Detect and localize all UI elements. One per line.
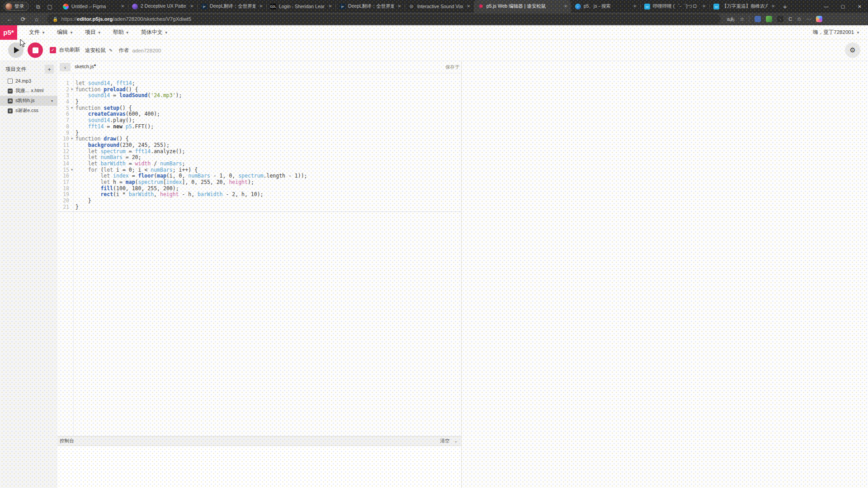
- line-number: 13: [57, 155, 69, 161]
- browser-tab[interactable]: ⊳DeepL翻译：全世界最准确的✕: [197, 0, 266, 13]
- browser-tab[interactable]: ⌕p5、js - 搜索✕: [571, 0, 640, 13]
- tab-title: Interactive Sound Visualizati: [417, 4, 463, 9]
- more-menu-icon[interactable]: ⋯: [806, 16, 811, 22]
- browser-tab[interactable]: 2 Deceptive UX Patterns-演示✕: [128, 0, 197, 13]
- menu-label: 帮助: [113, 29, 124, 35]
- p5-editor-app: p5* 文件▼编辑▼项目▼帮助▼简体中文▼ 嗨，亚丁7282001▼ ✓ 自动刷…: [0, 25, 868, 488]
- gear-icon: ⚙: [849, 46, 855, 54]
- browser-tab[interactable]: ◎Interactive Sound Visualizati✕: [405, 0, 474, 13]
- adguard-shield-icon[interactable]: [766, 16, 772, 22]
- greeting-text: 嗨，亚丁7282001: [813, 29, 854, 35]
- browser-profile-button[interactable]: 登录: [4, 2, 29, 11]
- tab-title: p5.js Web 编辑器 | 途安松鼠: [486, 3, 560, 9]
- tab-actions-icon[interactable]: ▢: [47, 4, 52, 10]
- browser-tab[interactable]: ⊳DeepL翻译：全世界最准确的✕: [335, 0, 405, 13]
- home-button[interactable]: ⌂: [30, 16, 43, 23]
- browser-tab[interactable]: D2LLogin - Sheridan Learning an✕: [266, 0, 335, 13]
- tab-close-icon[interactable]: ✕: [327, 4, 333, 9]
- extension-dark-icon[interactable]: ◦: [777, 16, 783, 22]
- file-item[interactable]: {}s谢谢e.css: [0, 106, 57, 116]
- tab-title: p5、js - 搜索: [584, 3, 629, 9]
- minimize-button[interactable]: —: [818, 4, 835, 9]
- fold-gutter: [69, 155, 75, 161]
- fold-gutter: [69, 111, 75, 117]
- menu-帮助[interactable]: 帮助▼: [113, 28, 129, 36]
- back-button[interactable]: ←: [3, 16, 16, 23]
- browser-tab-active[interactable]: ✱p5.js Web 编辑器 | 途安松鼠✕: [474, 0, 571, 13]
- url-field[interactable]: 🔒 https://editor.p5js.org/aden728200/ske…: [47, 14, 721, 24]
- workspaces-icon[interactable]: ⧉: [36, 4, 40, 10]
- menu-文件[interactable]: 文件▼: [29, 28, 45, 36]
- chevron-down-icon: ▼: [98, 31, 101, 35]
- browser-tab[interactable]: ▭【万字重温】巅峰农户灾难电✕: [709, 0, 778, 13]
- copilot-icon[interactable]: [816, 16, 822, 22]
- tab-close-icon[interactable]: ✕: [396, 4, 402, 9]
- edit-name-icon[interactable]: ✎: [109, 48, 113, 53]
- code-text: }: [75, 99, 79, 105]
- tab-close-icon[interactable]: ✕: [189, 4, 194, 9]
- code-text: let sound14, fft14;: [75, 80, 135, 87]
- tab-close-icon[interactable]: ✕: [466, 4, 471, 9]
- fold-arrow-icon[interactable]: ▼: [69, 136, 75, 142]
- menu-简体中文[interactable]: 简体中文▼: [141, 28, 168, 36]
- line-number: 3: [57, 93, 69, 99]
- tab-close-icon[interactable]: ✕: [701, 4, 707, 9]
- code-area[interactable]: 1let sound14, fft14;2▼function preload()…: [57, 74, 461, 472]
- p5-logo[interactable]: p5*: [0, 25, 17, 40]
- tab-close-icon[interactable]: ✕: [632, 4, 637, 9]
- avatar: [5, 3, 12, 10]
- chevron-down-icon: ▼: [856, 31, 860, 35]
- stop-button[interactable]: [28, 42, 43, 58]
- tab-close-icon[interactable]: ✕: [770, 4, 776, 9]
- new-tab-button[interactable]: +: [783, 3, 787, 10]
- file-item[interactable]: ♪24.mp3: [0, 76, 57, 86]
- menu-项目[interactable]: 项目▼: [85, 28, 101, 36]
- tab-close-icon[interactable]: ✕: [120, 4, 125, 9]
- tab-close-icon[interactable]: ✕: [563, 4, 568, 9]
- console-title: 控制台: [60, 438, 74, 444]
- fold-arrow-icon[interactable]: ▼: [69, 167, 75, 174]
- p5js-icon: ✱: [478, 4, 484, 9]
- collections-icon[interactable]: ✩: [797, 16, 801, 22]
- line-number: 7: [57, 117, 69, 124]
- search-icon: ⌕: [575, 4, 581, 9]
- account-menu[interactable]: 嗨，亚丁7282001▼: [813, 29, 860, 36]
- translate-icon[interactable]: aあ: [727, 16, 735, 23]
- sign-in-label: 登录: [14, 3, 24, 9]
- fold-arrow-icon[interactable]: ▼: [69, 105, 75, 112]
- code-line: 6 createCanvas(600, 400);: [57, 111, 461, 117]
- fold-gutter: [69, 99, 75, 105]
- file-item[interactable]: JSs凯特h.js▾: [0, 96, 57, 106]
- settings-button[interactable]: ⚙: [845, 42, 860, 58]
- author-label: 作者: [118, 47, 129, 54]
- collapse-sidebar-button[interactable]: ‹: [60, 63, 71, 71]
- code-text: let barWidth = width / numBars;: [75, 161, 185, 167]
- auto-refresh-checkbox[interactable]: ✓: [50, 47, 56, 53]
- favorite-star-icon[interactable]: ☆: [740, 16, 744, 22]
- mouse-cursor: [20, 39, 27, 48]
- menu-编辑[interactable]: 编辑▼: [57, 28, 73, 36]
- code-text: }: [75, 198, 91, 204]
- extension-blue-icon[interactable]: [755, 16, 761, 22]
- browser-tab[interactable]: Untitled – Figma✕: [59, 0, 128, 13]
- tab-close-icon[interactable]: ✕: [258, 4, 264, 9]
- browser-tab[interactable]: ▭哔哩哔哩 (゜-゜)つロ 干杯~-✕: [640, 0, 709, 13]
- fold-arrow-icon[interactable]: ▼: [69, 87, 75, 93]
- code-text: function draw() {: [75, 136, 129, 142]
- author-name[interactable]: aden728200: [132, 48, 161, 53]
- file-tab-sketchjs[interactable]: sketch.js•: [75, 64, 96, 69]
- code-line: 15▼ for (let i = 0; i < numBars; i++) {: [57, 167, 461, 174]
- refresh-button[interactable]: ⟳: [16, 16, 30, 23]
- console-collapse-icon[interactable]: ⌄: [454, 439, 458, 443]
- code-end-divider: [57, 211, 461, 212]
- add-file-button[interactable]: +: [45, 65, 54, 74]
- console-clear-button[interactable]: 清空: [440, 438, 449, 444]
- fold-gutter: [69, 173, 75, 179]
- file-name: s谢谢e.css: [15, 108, 38, 114]
- file-item[interactable]: <>我濒… x.html: [0, 86, 57, 96]
- extension-c-icon[interactable]: C: [788, 16, 792, 22]
- close-button[interactable]: ✕: [851, 4, 868, 9]
- maximize-button[interactable]: ▢: [835, 4, 851, 9]
- file-options-icon[interactable]: ▾: [51, 99, 53, 103]
- js-file-icon: JS: [8, 99, 13, 103]
